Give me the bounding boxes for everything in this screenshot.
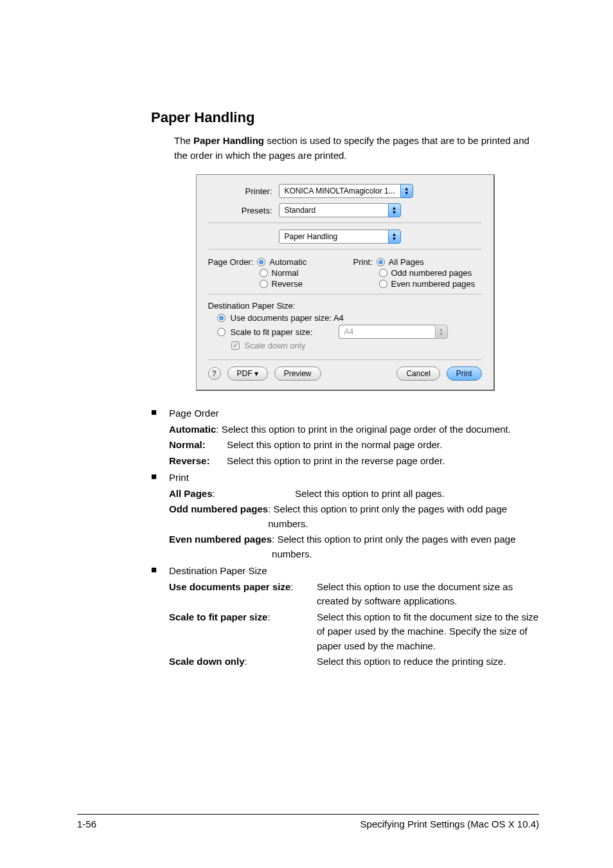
scale-to-fit-label: Scale to fit paper size: <box>231 327 333 337</box>
printer-label: Printer: <box>208 186 279 196</box>
automatic-term: Automatic <box>169 422 216 437</box>
section-select[interactable]: Paper Handling ▲▼ <box>279 230 401 244</box>
page-footer: 1-56 Specifying Print Settings (Mac OS X… <box>77 814 539 829</box>
normal-term: Normal <box>169 439 202 450</box>
print-button[interactable]: Print <box>447 366 482 381</box>
bullet-icon: ■ <box>151 471 169 561</box>
scale-down-term: Scale down only <box>169 656 245 667</box>
divider <box>208 249 482 249</box>
intro-text: The Paper Handling section is used to sp… <box>174 134 539 163</box>
print-even-radio[interactable]: Even numbered pages <box>353 279 482 289</box>
page-order-heading: Page Order: <box>208 257 254 267</box>
radio-off-icon <box>260 280 268 288</box>
scale-to-fit-size-select: A4 ▲▼ <box>339 325 482 339</box>
automatic-definition: : Select this option to print in the ori… <box>216 422 539 437</box>
odd-pages-term: Odd numbered pages <box>169 502 268 531</box>
print-odd-label: Odd numbered pages <box>391 268 472 278</box>
normal-definition: Select this option to print in the norma… <box>227 438 539 453</box>
radio-off-icon <box>379 269 387 277</box>
scale-fit-definition: Select this option to fit the document s… <box>317 610 539 654</box>
destination-size-heading: Destination Paper Size: <box>208 301 482 311</box>
section-value: Paper Handling <box>279 230 388 244</box>
preview-button[interactable]: Preview <box>274 366 321 381</box>
print-all-label: All Pages <box>389 257 424 267</box>
page-title: Paper Handling <box>151 109 539 126</box>
cancel-button[interactable]: Cancel <box>396 366 440 381</box>
divider <box>208 222 482 223</box>
stepper-arrows-icon: ▲▼ <box>388 203 401 217</box>
page-order-normal-label: Normal <box>272 268 299 278</box>
bullet-icon: ■ <box>151 406 169 468</box>
page-order-desc-head: Page Order <box>169 406 539 421</box>
divider <box>208 359 482 360</box>
page-order-reverse-radio[interactable]: Reverse <box>208 279 337 289</box>
radio-off-icon <box>217 328 226 336</box>
scale-down-only-checkbox: ✓ Scale down only <box>231 341 482 350</box>
use-documents-size-label: Use documents paper size: <box>231 313 333 323</box>
radio-on-icon <box>377 258 385 266</box>
print-description: ■ Print All Pages:Select this option to … <box>151 471 539 561</box>
use-documents-size-radio[interactable]: Use documents paper size: A4 <box>217 313 482 323</box>
presets-label: Presets: <box>208 206 279 215</box>
reverse-term: Reverse <box>169 455 206 466</box>
page-number: 1-56 <box>77 818 96 829</box>
destination-size-desc-head: Destination Paper Size <box>169 564 539 579</box>
radio-on-icon <box>217 314 226 322</box>
presets-value: Standard <box>279 203 388 217</box>
use-docs-term: Use documents paper size <box>169 581 290 592</box>
page-order-automatic-label: Automatic <box>269 257 306 267</box>
footer-title: Specifying Print Settings (Mac OS X 10.4… <box>360 818 539 829</box>
radio-off-icon <box>260 269 268 277</box>
print-even-label: Even numbered pages <box>391 279 475 289</box>
presets-select[interactable]: Standard ▲▼ <box>279 203 401 217</box>
page-order-automatic-radio[interactable]: Page Order: Automatic <box>208 257 337 267</box>
scale-to-fit-size-value: A4 <box>339 325 435 339</box>
print-odd-radio[interactable]: Odd numbered pages <box>353 268 482 278</box>
destination-size-description: ■ Destination Paper Size Use documents p… <box>151 564 539 669</box>
printer-select[interactable]: KONICA MINOLTAmagicolor 1... ▲▼ <box>279 184 413 198</box>
printer-value: KONICA MINOLTAmagicolor 1... <box>279 184 400 198</box>
reverse-definition: Select this option to print in the rever… <box>227 454 539 469</box>
pdf-menu-button[interactable]: PDF ▾ <box>227 366 268 381</box>
page-order-reverse-label: Reverse <box>272 279 303 289</box>
odd-pages-definition: : Select this option to print only the p… <box>268 502 539 531</box>
stepper-arrows-icon: ▲▼ <box>400 184 413 198</box>
scale-down-definition: Select this option to reduce the printin… <box>317 655 539 669</box>
page-order-normal-radio[interactable]: Normal <box>208 268 337 278</box>
even-pages-term: Even numbered pages <box>169 532 272 561</box>
scale-down-only-label: Scale down only <box>245 341 306 350</box>
use-docs-definition: Select this option to use the document s… <box>317 580 539 609</box>
stepper-arrows-icon: ▲▼ <box>388 230 401 244</box>
stepper-arrows-icon: ▲▼ <box>435 325 448 339</box>
print-all-pages-radio[interactable]: Print: All Pages <box>353 257 482 267</box>
print-dialog: Printer: KONICA MINOLTAmagicolor 1... ▲▼… <box>196 174 495 391</box>
use-documents-size-value: A4 <box>333 313 344 323</box>
page-order-description: ■ Page Order Automatic: Select this opti… <box>151 406 539 468</box>
all-pages-definition: Select this option to print all pages. <box>295 487 539 502</box>
bullet-icon: ■ <box>151 564 169 669</box>
radio-off-icon <box>379 280 387 288</box>
even-pages-definition: : Select this option to print only the p… <box>272 532 539 561</box>
print-heading: Print: <box>353 257 373 267</box>
scale-fit-term: Scale to fit paper size <box>169 611 267 622</box>
scale-to-fit-radio[interactable]: Scale to fit paper size: A4 ▲▼ <box>217 325 482 339</box>
help-button[interactable]: ? <box>208 367 221 380</box>
all-pages-term: All Pages <box>169 488 213 499</box>
radio-on-icon <box>257 258 265 266</box>
divider <box>208 294 482 294</box>
checkbox-checked-icon: ✓ <box>231 341 240 350</box>
print-desc-head: Print <box>169 471 539 485</box>
